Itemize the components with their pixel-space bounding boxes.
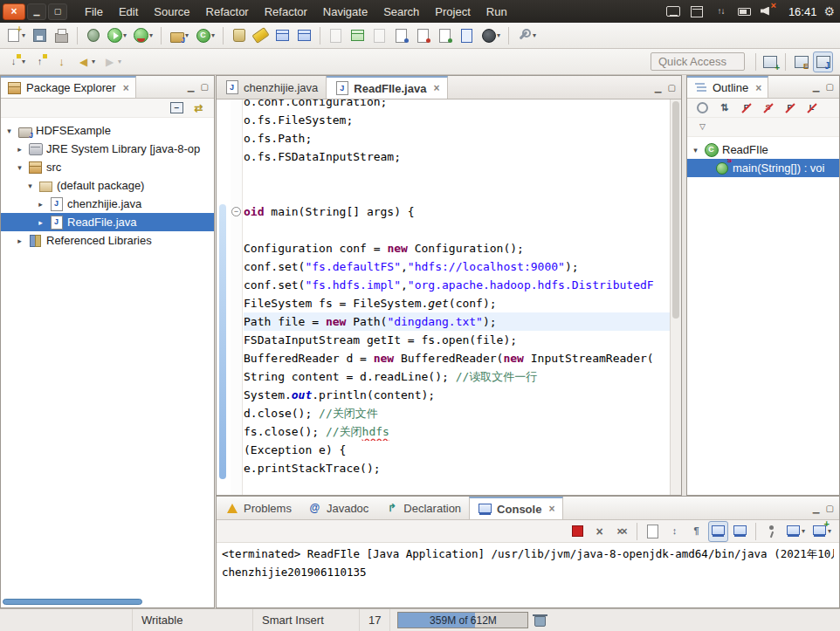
pkg-item-chenzhijie-java[interactable]: ▸chenzhijie.java (1, 195, 214, 213)
code-line[interactable]: o.fs.Path; (244, 129, 670, 147)
hide-fields-button[interactable] (736, 98, 756, 119)
forward-button[interactable]: ▾ (100, 51, 124, 72)
hide-non-public-button[interactable] (780, 98, 800, 119)
menu-project[interactable]: Project (428, 3, 477, 21)
java-perspective-button[interactable] (813, 51, 833, 72)
dropdown-arrow-icon[interactable]: ▾ (118, 58, 121, 65)
dropdown-arrow-icon[interactable]: ▾ (123, 32, 127, 39)
code-line[interactable]: FileSystem fs = FileSystem.get(conf); (244, 294, 670, 312)
code-line[interactable] (244, 184, 670, 202)
print-button[interactable] (52, 25, 72, 46)
editor-vertical-scrollbar[interactable] (670, 99, 681, 495)
code-line[interactable]: fs.close(); //关闭hdfs (244, 422, 670, 441)
code-line[interactable]: Path file = new Path("dingdang.txt"); (244, 312, 670, 331)
close-view-icon[interactable]: × (123, 82, 129, 94)
expand-arrow-icon[interactable]: ▸ (15, 145, 24, 154)
network-arrows-button[interactable] (711, 3, 731, 20)
focus-button[interactable] (692, 98, 713, 119)
expand-arrow-icon[interactable]: ▸ (36, 218, 45, 227)
previous-annotation-button[interactable] (30, 51, 50, 72)
collapse-arrow-icon[interactable]: ▾ (15, 163, 24, 172)
search-button[interactable] (251, 25, 271, 46)
menu-navigate[interactable]: Navigate (316, 3, 375, 21)
code-line[interactable]: e.printStackTrace(); (244, 459, 670, 477)
quick-access-field[interactable]: Quick Access (651, 52, 745, 71)
maximize-view-button[interactable]: ▢ (201, 82, 209, 92)
dropdown-arrow-icon[interactable]: ▾ (22, 58, 25, 65)
dropdown-arrow-icon[interactable]: ▾ (92, 58, 95, 65)
dropdown-arrow-icon[interactable]: ▾ (211, 32, 215, 39)
dropdown-arrow-icon[interactable]: ▾ (497, 32, 500, 39)
outline-item-main-string-voi[interactable]: main(String[]) : voi (687, 159, 839, 177)
terminate-button[interactable] (568, 521, 588, 542)
console-output[interactable]: <terminated> ReadFIle [Java Application]… (217, 543, 839, 583)
open-declaration-button[interactable] (391, 25, 411, 46)
run-garbage-collector-icon[interactable] (533, 613, 547, 628)
external-tools-button[interactable]: ▾ (514, 25, 539, 46)
dropdown-arrow-icon[interactable]: ▾ (149, 32, 153, 39)
code-line[interactable] (244, 221, 670, 239)
open-perspective-button[interactable] (760, 51, 780, 72)
minimize-view-button[interactable]: ▁ (188, 82, 195, 92)
skip-breakpoints-button[interactable] (326, 25, 346, 46)
pkg-item-hdfsexample[interactable]: ▾HDFSExample (1, 121, 214, 140)
collapse-arrow-icon[interactable]: ▾ (691, 146, 700, 154)
hide-static-members-button[interactable] (758, 98, 778, 119)
code-line[interactable]: conf.set("fs.hdfs.impl","org.apache.hado… (244, 276, 670, 294)
code-line[interactable]: o.fs.FSDataInputStream; (244, 147, 670, 166)
menu-search[interactable]: Search (376, 3, 426, 21)
code-line[interactable]: oid main(String[] args) { (244, 202, 670, 221)
pkg-item-default-package[interactable]: ▾(default package) (1, 176, 214, 195)
menu-edit[interactable]: Edit (112, 3, 145, 21)
close-view-icon[interactable]: × (755, 82, 761, 94)
code-line[interactable]: o.fs.FileSystem; (244, 111, 670, 129)
open-console-button[interactable]: ▾ (809, 521, 834, 542)
minimize-editor-button[interactable]: ▁ (655, 83, 662, 93)
pkg-item-jre-system-library-java-8-op[interactable]: ▸JRE System Library [java-8-op (1, 140, 214, 158)
dropdown-arrow-icon[interactable]: ▾ (22, 32, 25, 39)
next-annotation-button[interactable]: ▾ (3, 51, 28, 72)
scroll-lock-button[interactable] (664, 521, 685, 542)
code-line[interactable]: String content = d.readLine(); //读取文件一行 (244, 367, 670, 386)
new-java-class-button[interactable]: ▾ (193, 25, 217, 46)
maximize-editor-button[interactable]: ▢ (668, 83, 676, 93)
volume-muted-button[interactable] (758, 3, 778, 20)
editor-tab-readfile-java[interactable]: ReadFIle.java× (327, 76, 448, 99)
tab-problems[interactable]: Problems (217, 497, 300, 519)
collapse-arrow-icon[interactable]: ▾ (25, 182, 35, 190)
pkg-item-referenced-libraries[interactable]: ▸Referenced Libraries (1, 231, 214, 250)
pkg-item-src[interactable]: ▾src (1, 158, 214, 176)
pin-console-button[interactable] (761, 521, 781, 542)
pkg-item-readfile-java[interactable]: ▸ReadFile.java (1, 213, 214, 231)
last-edit-location-button[interactable] (52, 51, 72, 72)
menu-file[interactable]: File (78, 3, 110, 21)
coverage-button[interactable]: ▾ (131, 25, 155, 46)
tab-declaration[interactable]: Declaration (376, 497, 469, 519)
sort-button[interactable] (714, 98, 734, 119)
javaee-perspective-button[interactable] (791, 51, 811, 72)
menu-source[interactable]: Source (147, 3, 196, 21)
editor-tab-chenzhijie-java[interactable]: chenzhijie.java (217, 76, 327, 99)
code-line[interactable]: BufferedReader d = new BufferedReader(ne… (244, 349, 670, 367)
dropdown-arrow-icon[interactable]: ▾ (185, 32, 189, 39)
link-with-editor-button[interactable] (189, 98, 209, 119)
menu-refactor[interactable]: Refactor (199, 3, 256, 21)
maximize-view-button[interactable]: ▢ (826, 82, 834, 92)
open-type-button[interactable] (272, 25, 293, 46)
code-line[interactable]: (Exception e) { (244, 441, 670, 459)
code-line[interactable]: d.close(); //关闭文件 (244, 404, 670, 422)
code-line[interactable]: conf.set("fs.defaultFS","hdfs://localhos… (244, 257, 670, 276)
collapse-all-button[interactable] (167, 98, 187, 119)
tab-javadoc[interactable]: Javadoc (300, 497, 376, 519)
window-minimize-button[interactable]: ▁ (27, 3, 46, 20)
remove-all-launches-button[interactable] (611, 521, 631, 542)
expand-arrow-icon[interactable]: ▸ (36, 200, 45, 209)
fold-marker-icon[interactable]: − (231, 207, 241, 216)
clear-console-button[interactable] (643, 521, 663, 542)
debug-button[interactable] (83, 25, 103, 46)
new-wizard-button[interactable]: ▾ (3, 25, 28, 46)
dropdown-arrow-icon[interactable]: ▾ (533, 32, 536, 39)
window-maximize-button[interactable]: ▢ (48, 3, 67, 20)
battery-button[interactable] (734, 3, 754, 20)
new-java-project-button[interactable]: ▾ (167, 25, 191, 46)
